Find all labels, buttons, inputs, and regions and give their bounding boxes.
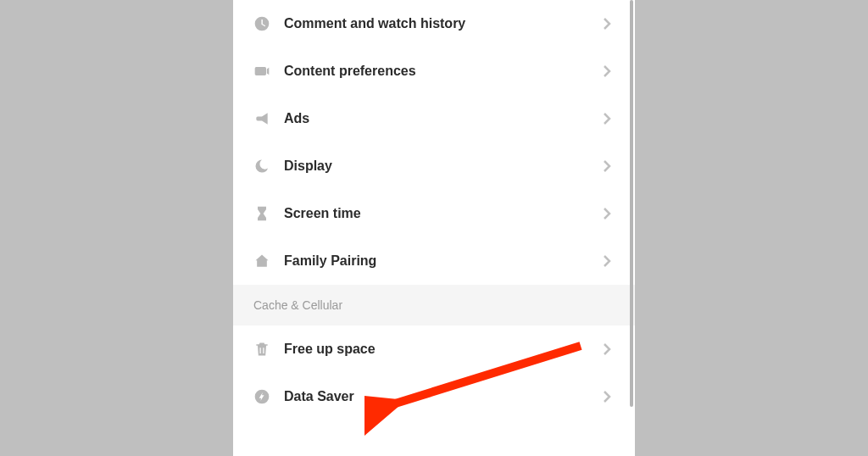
chevron-right-icon: [599, 389, 615, 404]
item-label: Comment and watch history: [284, 16, 599, 31]
chevron-right-icon: [599, 64, 615, 79]
item-label: Display: [284, 158, 599, 174]
item-label: Ads: [284, 111, 599, 126]
settings-screen: Comment and watch history Content prefer…: [233, 0, 635, 456]
scroll-indicator[interactable]: [630, 0, 633, 407]
trash-icon: [253, 341, 270, 358]
megaphone-icon: [253, 110, 270, 127]
item-label: Screen time: [284, 206, 599, 221]
chevron-right-icon: [599, 16, 615, 31]
item-label: Family Pairing: [284, 253, 599, 269]
chevron-right-icon: [599, 253, 615, 269]
settings-list: Comment and watch history Content prefer…: [233, 0, 635, 420]
settings-item-family-pairing[interactable]: Family Pairing: [233, 237, 635, 285]
clock-icon: [253, 15, 270, 32]
settings-item-data-saver[interactable]: Data Saver: [233, 373, 635, 420]
settings-item-screen-time[interactable]: Screen time: [233, 190, 635, 237]
section-header-cache-cellular: Cache & Cellular: [233, 285, 635, 325]
chevron-right-icon: [599, 342, 615, 357]
item-label: Free up space: [284, 342, 599, 357]
chevron-right-icon: [599, 111, 615, 126]
settings-item-comment-history[interactable]: Comment and watch history: [233, 0, 635, 47]
settings-item-content-preferences[interactable]: Content preferences: [233, 47, 635, 95]
bolt-icon: [253, 388, 270, 405]
item-label: Data Saver: [284, 389, 599, 404]
home-icon: [253, 253, 270, 270]
settings-item-ads[interactable]: Ads: [233, 95, 635, 142]
chevron-right-icon: [599, 206, 615, 221]
moon-icon: [253, 158, 270, 175]
chevron-right-icon: [599, 158, 615, 174]
item-label: Content preferences: [284, 64, 599, 79]
video-icon: [253, 63, 270, 80]
settings-item-free-up-space[interactable]: Free up space: [233, 325, 635, 373]
settings-item-display[interactable]: Display: [233, 142, 635, 190]
hourglass-icon: [253, 205, 270, 222]
